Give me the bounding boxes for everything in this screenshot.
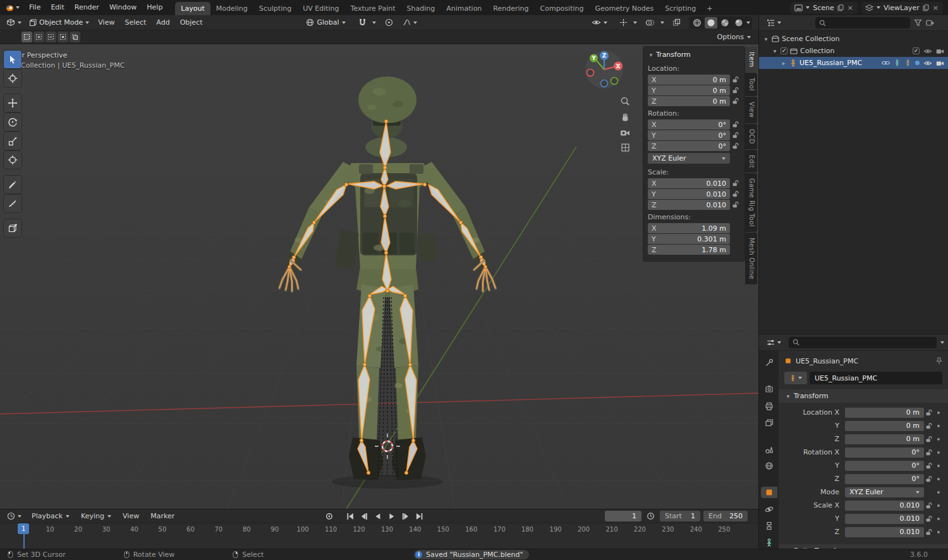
timeline-menu[interactable]: Keying <box>76 509 116 524</box>
location-field[interactable]: Z0 m <box>648 96 730 106</box>
tab-physics[interactable] <box>761 503 777 515</box>
unlock-icon[interactable] <box>732 143 739 149</box>
shading-wireframe-button[interactable] <box>691 17 703 28</box>
unlock-icon[interactable] <box>732 132 739 138</box>
unlock-icon[interactable] <box>926 476 933 482</box>
sidebar-tab[interactable]: Edit <box>745 150 757 173</box>
select-mode-invert-button[interactable] <box>58 32 68 42</box>
collection-checkbox[interactable]: ✓ <box>781 47 787 54</box>
transform-orientation-selector[interactable]: Global <box>302 16 349 29</box>
transform-panel-header[interactable]: ▾ Transform <box>779 389 948 403</box>
unlock-icon[interactable] <box>732 121 739 128</box>
tab-constraints[interactable] <box>761 520 777 532</box>
location-field[interactable]: X0 m <box>648 75 730 85</box>
tab-output[interactable] <box>761 400 777 412</box>
tab-render[interactable] <box>761 384 777 396</box>
tab-world[interactable] <box>761 460 777 472</box>
workspace-tab[interactable]: Shading <box>401 2 441 15</box>
rotation-field[interactable]: X0° <box>648 119 730 130</box>
topbar-menu[interactable]: Render <box>70 0 104 15</box>
unlock-icon[interactable] <box>732 202 739 208</box>
animate-dot[interactable] <box>937 531 940 533</box>
scale-field[interactable]: Y0.010 <box>648 189 730 199</box>
measure-tool[interactable] <box>4 195 21 212</box>
tab-view-layer[interactable] <box>761 417 777 429</box>
pin-icon[interactable] <box>936 357 942 365</box>
location-field[interactable]: Y0 m <box>648 85 730 95</box>
jump-to-start-button[interactable] <box>344 511 356 521</box>
tab-scene[interactable] <box>761 443 777 455</box>
outliner-row-object[interactable]: ▸ UE5_Russian_PMC <box>759 57 948 69</box>
shading-material-button[interactable] <box>719 17 731 28</box>
overlays-dropdown[interactable] <box>660 21 664 24</box>
blender-menu-button[interactable] <box>0 0 24 15</box>
object-name-input[interactable]: UE5_Russian_PMC <box>810 372 942 384</box>
sidebar-tab[interactable]: Item <box>745 47 757 72</box>
unlock-icon[interactable] <box>732 98 739 104</box>
workspace-tab[interactable]: Sculpting <box>253 2 297 15</box>
transform-value-field[interactable]: 0° <box>845 474 924 484</box>
tab-object[interactable] <box>761 487 777 499</box>
options-dropdown[interactable]: Options <box>717 33 753 41</box>
3d-viewport[interactable]: User Perspective (1) Collection | UE5_Ru… <box>0 44 758 509</box>
viewport-menu[interactable]: View <box>93 15 119 30</box>
overlays-toggle[interactable] <box>641 16 659 29</box>
breadcrumb-object-name[interactable]: UE5_Russian_PMC <box>796 357 858 365</box>
gizmo-y-axis[interactable]: Y <box>591 55 596 61</box>
add-workspace-button[interactable]: + <box>702 2 717 15</box>
scale-value-field[interactable]: 0.010 <box>845 501 924 511</box>
xray-toggle[interactable] <box>669 16 684 29</box>
snap-toggle[interactable] <box>355 16 370 29</box>
frame-start-field[interactable]: Start1 <box>660 511 700 521</box>
tab-tool[interactable] <box>761 357 777 369</box>
workspace-tab[interactable]: UV Editing <box>297 2 344 15</box>
transform-value-field[interactable]: 0° <box>845 447 924 458</box>
viewport-menu[interactable]: Select <box>119 15 151 30</box>
snap-settings-dropdown[interactable] <box>372 21 376 24</box>
auto-keyframe-toggle[interactable] <box>323 511 335 521</box>
rotation-field[interactable]: Y0° <box>648 130 730 140</box>
select-mode-intersect-button[interactable] <box>70 32 80 42</box>
animate-dot[interactable] <box>937 425 940 427</box>
play-button[interactable] <box>386 511 398 521</box>
tab-object-data[interactable] <box>761 537 777 549</box>
animate-dot[interactable] <box>937 504 940 507</box>
timeline-menu[interactable]: Marker <box>145 509 179 524</box>
delta-transform-panel-header[interactable]: ▸ Delta Transform <box>779 544 948 549</box>
dimension-field[interactable]: X1.09 m <box>648 223 730 233</box>
properties-search-input[interactable] <box>789 337 937 348</box>
select-mode-subtract-button[interactable] <box>46 32 56 42</box>
shading-rendered-button[interactable] <box>732 17 745 28</box>
disclosure-icon[interactable]: ▸ <box>781 60 787 66</box>
properties-filter-dropdown[interactable] <box>940 341 944 344</box>
next-keyframe-button[interactable] <box>399 511 411 521</box>
outliner-row-collection[interactable]: ▾ ✓ Collection ✓ <box>759 45 948 57</box>
animate-dot[interactable] <box>937 478 940 480</box>
unlock-icon[interactable] <box>926 436 933 442</box>
timeline-menu[interactable]: Playback <box>27 509 75 524</box>
proportional-edit-toggle[interactable] <box>381 16 397 29</box>
workspace-tab[interactable]: Animation <box>441 2 487 15</box>
new-collection-button[interactable] <box>926 19 934 27</box>
sidebar-tab[interactable]: Game Rig Tool <box>745 173 757 232</box>
disclosure-icon[interactable]: ▾ <box>763 36 769 42</box>
workspace-tab[interactable]: Modeling <box>210 2 253 15</box>
scale-field[interactable]: Z0.010 <box>648 200 730 210</box>
animate-dot[interactable] <box>937 438 940 441</box>
proportional-falloff-dropdown[interactable] <box>399 16 421 29</box>
workspace-tab[interactable]: Texture Paint <box>345 2 401 15</box>
playhead[interactable]: 1 <box>18 523 29 534</box>
rotate-tool[interactable] <box>4 113 21 131</box>
camera-view-button[interactable] <box>620 129 630 137</box>
editor-type-button[interactable] <box>3 16 25 29</box>
navigation-gizmo[interactable]: Z X Y <box>584 49 624 90</box>
sidebar-tab[interactable]: View <box>745 97 757 123</box>
previous-keyframe-button[interactable] <box>358 511 370 521</box>
move-tool[interactable] <box>4 94 21 112</box>
rotation-field[interactable]: Z0° <box>648 141 730 151</box>
rotation-mode-dropdown[interactable]: XYZ Euler <box>648 153 730 164</box>
mode-selector[interactable]: Object Mode <box>25 16 93 29</box>
transform-value-field[interactable]: 0° <box>845 461 924 471</box>
new-viewlayer-icon[interactable] <box>923 4 929 11</box>
current-frame-field[interactable]: 1 <box>605 511 641 521</box>
